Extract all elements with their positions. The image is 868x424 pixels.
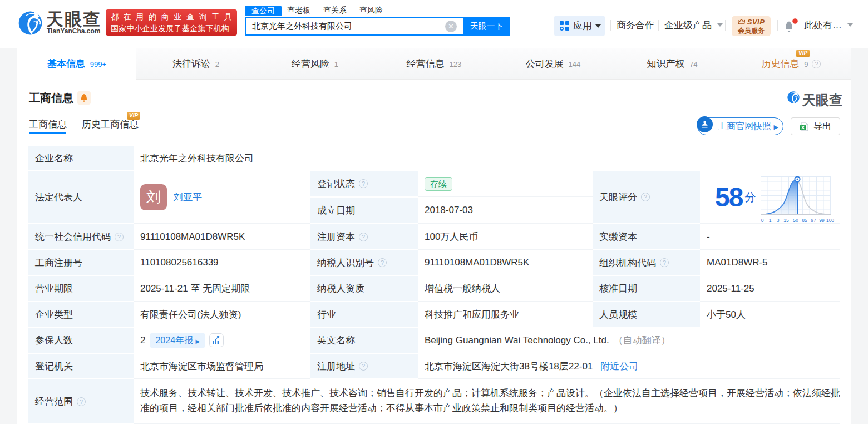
svg-text:99: 99 (819, 218, 825, 223)
svg-text:0: 0 (761, 218, 764, 223)
svg-text:100: 100 (826, 218, 834, 223)
svg-text:97: 97 (811, 218, 816, 223)
svg-text:85: 85 (802, 218, 807, 223)
svg-text:50: 50 (793, 218, 798, 223)
svg-text:15: 15 (783, 218, 789, 223)
svg-text:1: 1 (769, 218, 772, 223)
svg-text:3: 3 (777, 218, 780, 223)
